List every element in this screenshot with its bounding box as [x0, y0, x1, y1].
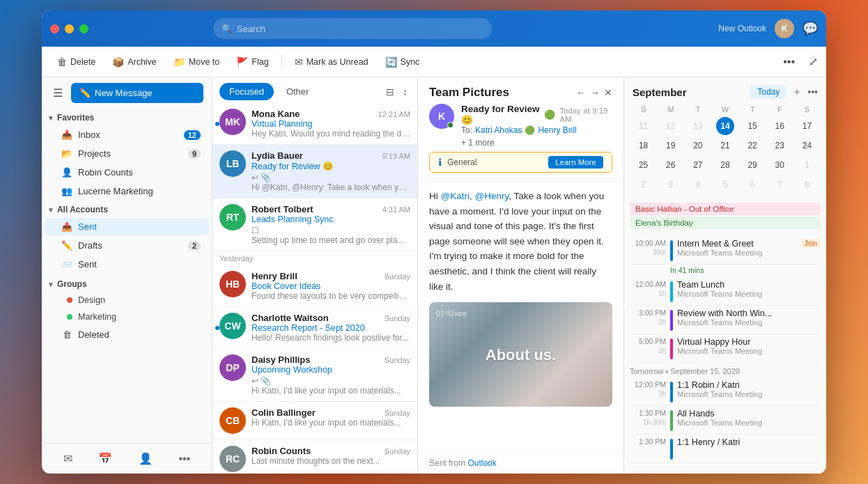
- sidebar-item-marketing[interactable]: Marketing: [45, 309, 209, 325]
- cal-day[interactable]: 27: [689, 156, 707, 174]
- move-to-button[interactable]: 📁 Move to: [166, 54, 226, 70]
- groups-section-header[interactable]: ▼ Groups: [42, 275, 212, 292]
- flag-button[interactable]: 🚩 Flag: [229, 54, 275, 70]
- event-join-badge[interactable]: Join: [801, 239, 821, 248]
- delete-button[interactable]: 🗑 Delete: [50, 54, 102, 70]
- event-item[interactable]: 5:00 PM 1h Virtual Happy Hour Microsoft …: [630, 334, 821, 363]
- archive-button[interactable]: 📦 Archive: [105, 54, 164, 70]
- nav-prev-icon[interactable]: ←: [576, 87, 586, 98]
- cal-day[interactable]: 13: [689, 117, 707, 135]
- event-duration: 1h: [630, 390, 666, 398]
- more-options-button[interactable]: •••: [777, 53, 800, 71]
- more-footer-icon[interactable]: •••: [173, 450, 196, 468]
- message-item[interactable]: RT Robert Tolbert 4:31 AM Leads Planning…: [212, 198, 417, 251]
- outlook-link[interactable]: Outlook: [467, 458, 496, 468]
- event-item[interactable]: 12:00 PM 1h 1:1 Robin / Katri Microsoft …: [630, 377, 821, 406]
- cal-day[interactable]: 3: [662, 175, 680, 194]
- search-bar[interactable]: 🔍: [213, 18, 492, 39]
- cal-day[interactable]: 7: [770, 175, 789, 194]
- cal-day[interactable]: 8: [798, 175, 816, 194]
- cal-day[interactable]: 2: [635, 175, 653, 194]
- search-input[interactable]: [237, 24, 483, 34]
- new-message-button[interactable]: ✏️ New Message: [71, 83, 203, 103]
- cal-day[interactable]: 29: [743, 156, 761, 174]
- cal-day[interactable]: 19: [662, 136, 680, 155]
- avatar[interactable]: K: [775, 19, 794, 38]
- message-item[interactable]: MK Mona Kane 12:21 AM Virtual Planning H…: [212, 103, 417, 145]
- cal-day-today[interactable]: 14: [716, 117, 734, 135]
- event-item[interactable]: 12:00 AM 1h Team Lunch Microsoft Teams M…: [630, 277, 821, 306]
- message-item[interactable]: HB Henry Brill Sunday Book Cover Ideas F…: [212, 265, 417, 307]
- cal-day[interactable]: 20: [689, 136, 707, 155]
- flag-icon: 🚩: [236, 56, 248, 68]
- sync-button[interactable]: 🔄 Sync: [378, 54, 427, 70]
- group-icon: 👥: [61, 186, 72, 196]
- expand-icon[interactable]: ⤢: [809, 55, 818, 68]
- calendar-more-button[interactable]: •••: [807, 86, 818, 97]
- maximize-button[interactable]: [79, 24, 88, 33]
- sidebar-item-lucerne[interactable]: 👥 Lucerne Marketing: [45, 182, 209, 200]
- cal-day[interactable]: 21: [716, 136, 734, 155]
- cal-day[interactable]: 17: [798, 117, 816, 135]
- message-time: Sunday: [385, 314, 410, 322]
- cal-day[interactable]: 15: [743, 117, 761, 135]
- favorites-section-header[interactable]: ▼ Favorites: [42, 109, 212, 125]
- mail-footer-icon[interactable]: ✉: [58, 449, 78, 468]
- sidebar-item-inbox[interactable]: 📥 Inbox 12: [45, 126, 209, 143]
- sidebar-item-robin-counts[interactable]: 👤 Robin Counts: [45, 164, 209, 181]
- allday-event-birthday[interactable]: Elena's Birthday: [630, 217, 821, 229]
- calendar-footer-icon[interactable]: 📅: [93, 449, 118, 468]
- minimize-button[interactable]: [65, 24, 74, 33]
- message-item[interactable]: DP Daisy Phillips Sunday Upcoming Worksh…: [212, 349, 417, 402]
- event-item[interactable]: 10:00 AM 30m Intern Meet & Greet Microso…: [630, 236, 821, 265]
- message-list: Focused Other ⊟ ↕ MK Mona Kane 12:21 AM …: [212, 77, 418, 474]
- cal-day[interactable]: 11: [635, 117, 653, 135]
- tab-other[interactable]: Other: [277, 83, 319, 100]
- online-indicator: [447, 122, 454, 128]
- cal-day[interactable]: 4: [689, 175, 707, 194]
- learn-more-button[interactable]: Learn More: [548, 156, 603, 169]
- event-item[interactable]: 3:00 PM 1h Review with North Win... Micr…: [630, 306, 821, 334]
- sort-icon[interactable]: ↕: [400, 85, 410, 99]
- mark-unread-button[interactable]: ✉ Mark as Unread: [288, 54, 375, 70]
- cal-day[interactable]: 5: [716, 175, 734, 194]
- recipients-row: To: Katri Ahokas 🟢 Henry Brill + 1 more: [461, 125, 612, 148]
- cal-day[interactable]: 30: [770, 156, 789, 174]
- cal-day[interactable]: 22: [743, 136, 761, 155]
- message-item[interactable]: LB Lydia Bauer 9:19 AM Ready for Review …: [212, 145, 417, 198]
- sidebar-item-sent[interactable]: 📤 Sent: [45, 218, 209, 235]
- nav-next-icon[interactable]: →: [590, 87, 600, 98]
- sidebar-item-design[interactable]: Design: [45, 292, 209, 308]
- all-accounts-section-header[interactable]: ▼ All Accounts: [42, 201, 212, 217]
- people-footer-icon[interactable]: 👤: [133, 449, 158, 468]
- add-event-button[interactable]: ＋: [789, 84, 805, 100]
- sidebar-item-projects[interactable]: 📂 Projects 9: [45, 145, 209, 162]
- cal-day[interactable]: 25: [635, 156, 653, 174]
- event-time: 1:30 PM: [630, 437, 666, 447]
- cal-day[interactable]: 16: [770, 117, 789, 135]
- today-button[interactable]: Today: [750, 85, 786, 99]
- cal-day[interactable]: 12: [662, 117, 680, 135]
- message-item[interactable]: RC Robin Counts Sunday Last minute thoug…: [212, 440, 417, 474]
- message-item[interactable]: CW Charlotte Waitson Sunday Research Rep…: [212, 307, 417, 349]
- event-item[interactable]: 1:30 PM 1h 30m All Hands Microsoft Teams…: [630, 406, 821, 435]
- hamburger-icon[interactable]: ☰: [50, 84, 65, 102]
- message-item[interactable]: CB Colin Ballinger Sunday Hi Katri, I'd …: [212, 402, 417, 440]
- tab-focused[interactable]: Focused: [219, 83, 274, 100]
- event-item[interactable]: 1:30 PM 1:1 Henry / Katri: [630, 435, 821, 463]
- cal-day[interactable]: 26: [662, 156, 680, 174]
- filter-icon[interactable]: ⊟: [383, 85, 397, 99]
- close-button[interactable]: [50, 24, 59, 33]
- sidebar-item-sent2[interactable]: 📨 Sent: [45, 256, 209, 273]
- close-icon[interactable]: ✕: [604, 87, 612, 98]
- cal-day[interactable]: 24: [798, 136, 816, 155]
- allday-event-oof[interactable]: Basic Hallian - Out of Office: [630, 203, 821, 215]
- sidebar-item-drafts[interactable]: ✏️ Drafts 2: [45, 237, 209, 254]
- cal-day[interactable]: 1: [798, 156, 816, 174]
- cal-day[interactable]: 6: [743, 175, 761, 194]
- chat-icon[interactable]: 💬: [803, 21, 818, 36]
- cal-day[interactable]: 18: [635, 136, 653, 155]
- cal-day[interactable]: 28: [716, 156, 734, 174]
- cal-day[interactable]: 23: [770, 136, 789, 155]
- sidebar-item-deleted[interactable]: 🗑 Deleted: [45, 326, 209, 343]
